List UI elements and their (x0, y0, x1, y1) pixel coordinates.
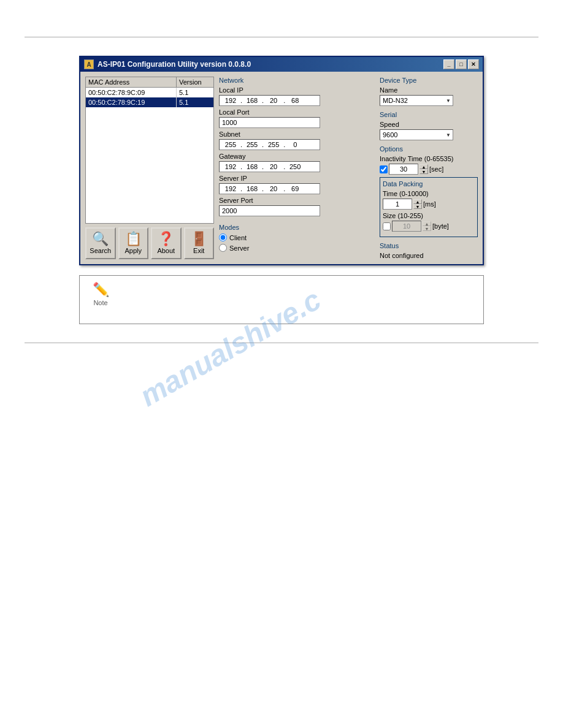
data-packing-time-spinner[interactable]: ▲ ▼ (413, 199, 422, 209)
serial-speed-label: Speed (380, 121, 478, 128)
local-ip-b[interactable] (243, 97, 261, 104)
status-section-label: Status (380, 242, 478, 249)
close-button[interactable]: ✕ (468, 59, 479, 69)
device-row-selected[interactable]: 00:50:C2:78:9C:19 5.1 (86, 97, 213, 107)
device-ver-2: 5.1 (177, 97, 213, 107)
note-box: ✏️ Note (79, 275, 484, 324)
inactivity-spinner[interactable]: ▲ ▼ (419, 164, 428, 174)
gateway-b[interactable] (243, 163, 261, 170)
about-label: About (157, 247, 175, 254)
window-body: MAC Address Version 00:50:C2:78:9C:09 5.… (80, 72, 483, 264)
data-packing-time-row: ▲ ▼ [ms] (383, 199, 475, 210)
server-ip-c[interactable] (265, 185, 282, 192)
status-value: Not configured (380, 252, 478, 259)
search-label: Search (90, 247, 111, 254)
inactivity-row: ▲ ▼ [sec] (380, 164, 478, 175)
inactivity-value[interactable] (389, 164, 418, 175)
device-name-dropdown[interactable]: MD-N32 MD-N16 MD-N8 (380, 95, 453, 106)
data-packing-time-spin-down[interactable]: ▼ (413, 204, 422, 209)
note-pencil-icon: ✏️ (93, 282, 109, 298)
title-bar-buttons: _ □ ✕ (443, 59, 479, 69)
subnet-field: . . . (219, 139, 320, 150)
inactivity-spin-down[interactable]: ▼ (419, 169, 428, 174)
title-bar: A AS-IP01 Configuration Utility version … (80, 57, 483, 72)
server-ip-d[interactable] (286, 185, 304, 192)
data-packing-time-spin-up[interactable]: ▲ (413, 199, 422, 204)
toolbar-buttons: 🔍 Search 📋 Apply ❓ About 🚪 Exit (85, 227, 214, 259)
data-packing-size-row: ▲ ▼ [byte] (383, 221, 475, 232)
modes-section: Modes Client Server (219, 224, 375, 252)
apply-button[interactable]: 📋 Apply (118, 227, 149, 259)
subnet-c[interactable] (265, 141, 282, 148)
data-packing-size-checkbox[interactable] (383, 222, 391, 230)
title-bar-left: A AS-IP01 Configuration Utility version … (84, 59, 251, 69)
modes-section-label: Modes (219, 224, 375, 231)
about-button[interactable]: ❓ About (151, 227, 182, 259)
app-window: A AS-IP01 Configuration Utility version … (79, 56, 484, 265)
exit-icon: 🚪 (191, 232, 207, 246)
local-ip-a[interactable] (222, 97, 239, 104)
device-mac-2: 00:50:C2:78:9C:19 (86, 97, 177, 107)
note-label: Note (93, 299, 107, 306)
data-packing-size-value (392, 221, 421, 232)
serial-speed-dropdown[interactable]: 9600 19200 38400 57600 115200 (380, 129, 453, 140)
config-right: Device Type Name MD-N32 MD-N16 MD-N8 Ser… (380, 77, 478, 259)
server-ip-a[interactable] (222, 185, 239, 192)
local-ip-d[interactable] (286, 97, 304, 104)
search-icon: 🔍 (92, 232, 109, 246)
device-name-dropdown-wrapper: MD-N32 MD-N16 MD-N8 (380, 95, 453, 106)
subnet-a[interactable] (222, 141, 239, 148)
device-type-section-label: Device Type (380, 77, 478, 84)
device-list-panel: MAC Address Version 00:50:C2:78:9C:09 5.… (85, 77, 214, 259)
serial-speed-dropdown-wrapper: 9600 19200 38400 57600 115200 (380, 129, 453, 140)
data-packing-box: Data Packing Time (0-10000) ▲ ▼ [ms] Siz… (380, 177, 478, 237)
mode-server-label: Server (229, 245, 249, 252)
col-ver-header: Version (177, 77, 213, 87)
data-packing-size-spin-down: ▼ (423, 226, 431, 231)
server-ip-b[interactable] (243, 185, 261, 192)
subnet-b[interactable] (243, 141, 261, 148)
data-packing-size-spinner: ▲ ▼ (423, 221, 431, 231)
options-section-label: Options (380, 145, 478, 153)
mode-client-label: Client (229, 234, 247, 241)
minimize-button[interactable]: _ (443, 59, 454, 69)
local-ip-c[interactable] (265, 97, 282, 104)
device-mac-1: 00:50:C2:78:9C:09 (86, 88, 177, 97)
data-packing-size-unit: [byte] (432, 222, 449, 230)
gateway-field: . . . (219, 161, 320, 172)
device-row[interactable]: 00:50:C2:78:9C:09 5.1 (86, 88, 213, 97)
gateway-a[interactable] (222, 163, 239, 170)
device-table-header: MAC Address Version (86, 77, 213, 88)
exit-button[interactable]: 🚪 Exit (184, 227, 215, 259)
apply-icon: 📋 (125, 232, 142, 246)
gateway-c[interactable] (265, 163, 282, 170)
inactivity-unit: [sec] (429, 165, 443, 173)
subnet-d[interactable] (286, 141, 304, 148)
server-port-field[interactable] (219, 205, 320, 216)
about-icon: ❓ (158, 232, 174, 246)
window-title: AS-IP01 Configuration Utility version 0.… (98, 60, 251, 69)
local-port-label: Local Port (219, 108, 375, 116)
subnet-label: Subnet (219, 131, 375, 138)
maximize-button[interactable]: □ (456, 59, 467, 69)
search-button[interactable]: 🔍 Search (85, 227, 116, 259)
local-ip-label: Local IP (219, 86, 375, 94)
top-rule (25, 37, 538, 37)
data-packing-title: Data Packing (383, 180, 475, 188)
data-packing-size-label: Size (10-255) (383, 212, 475, 219)
local-port-field[interactable] (219, 117, 320, 128)
mode-client-radio[interactable] (219, 233, 227, 241)
col-mac-header: MAC Address (86, 77, 177, 87)
device-list-body[interactable]: 00:50:C2:78:9C:09 5.1 00:50:C2:78:9C:19 … (86, 88, 213, 222)
data-packing-size-spin-up: ▲ (423, 221, 431, 226)
server-port-label: Server Port (219, 197, 375, 204)
data-packing-time-value[interactable] (383, 199, 412, 210)
inactivity-spin-up[interactable]: ▲ (419, 164, 428, 169)
network-section-label: Network (219, 77, 375, 84)
mode-server-radio[interactable] (219, 244, 227, 252)
data-packing-time-unit: [ms] (423, 200, 436, 208)
inactivity-checkbox[interactable] (380, 165, 388, 173)
inactivity-label: Inactivity Time (0-65535) (380, 155, 478, 162)
apply-label: Apply (124, 247, 142, 254)
gateway-d[interactable] (286, 163, 304, 170)
